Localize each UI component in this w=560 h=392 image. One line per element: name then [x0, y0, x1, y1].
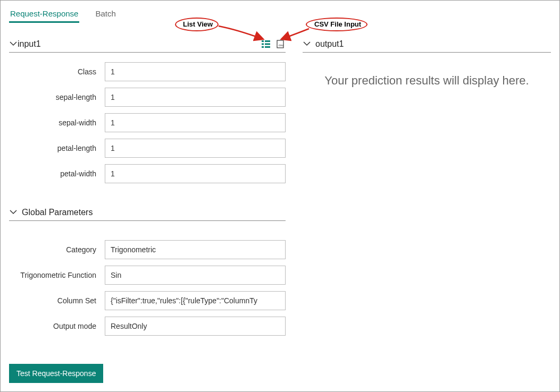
- right-pane: output1 Your prediction results will dis…: [303, 36, 551, 342]
- field-input-column-set[interactable]: [105, 291, 286, 310]
- section-title-global-parameters: Global Parameters: [22, 208, 93, 217]
- field-input-petal-length[interactable]: [105, 139, 286, 158]
- field-row-category: Category: [9, 240, 286, 259]
- chevron-down-icon: [9, 208, 18, 217]
- input-mode-icons: csv: [261, 39, 286, 49]
- field-row-petal-width: petal-width: [9, 164, 286, 183]
- list-view-icon[interactable]: [261, 39, 271, 49]
- svg-rect-3: [265, 44, 270, 45]
- field-input-petal-width[interactable]: [105, 164, 286, 183]
- field-label: Class: [9, 67, 105, 76]
- section-header-global-parameters[interactable]: Global Parameters: [9, 204, 286, 221]
- field-input-class[interactable]: [105, 62, 286, 81]
- field-row-class: Class: [9, 62, 286, 81]
- output-placeholder: Your prediction results will display her…: [303, 53, 551, 88]
- field-label: petal-length: [9, 144, 105, 153]
- tabs-bar: Request-Response Batch: [1, 1, 559, 23]
- left-pane: input1 csv: [9, 36, 286, 342]
- field-input-output-mode[interactable]: [105, 317, 286, 336]
- field-row-petal-length: petal-length: [9, 139, 286, 158]
- field-label: sepal-length: [9, 93, 105, 102]
- svg-rect-2: [262, 44, 264, 45]
- svg-rect-0: [262, 40, 264, 42]
- csv-file-icon[interactable]: csv: [276, 39, 286, 49]
- chevron-down-icon: [9, 39, 18, 49]
- field-label: petal-width: [9, 169, 105, 178]
- field-label: sepal-width: [9, 118, 105, 127]
- svg-rect-1: [265, 40, 270, 42]
- svg-rect-5: [265, 46, 270, 48]
- field-input-category[interactable]: [105, 240, 286, 259]
- field-input-sepal-length[interactable]: [105, 88, 286, 107]
- field-label: Output mode: [9, 322, 105, 331]
- field-row-column-set: Column Set: [9, 291, 286, 310]
- field-label: Trigonometric Function: [9, 271, 105, 280]
- test-request-response-button[interactable]: Test Request-Response: [9, 364, 103, 383]
- chevron-down-icon: [303, 39, 311, 49]
- field-row-sepal-width: sepal-width: [9, 113, 286, 132]
- tab-batch[interactable]: Batch: [94, 5, 116, 23]
- field-input-sepal-width[interactable]: [105, 113, 286, 132]
- section-title-input1: input1: [18, 39, 41, 49]
- tab-request-response[interactable]: Request-Response: [9, 5, 79, 23]
- field-input-trig-function[interactable]: [105, 266, 286, 285]
- main-content: input1 csv: [1, 23, 559, 342]
- field-label: Column Set: [9, 296, 105, 305]
- svg-text:csv: csv: [279, 44, 283, 47]
- field-row-output-mode: Output mode: [9, 317, 286, 336]
- section-title-output1: output1: [315, 39, 344, 49]
- section-header-output1[interactable]: output1: [303, 36, 551, 53]
- field-label: Category: [9, 245, 105, 254]
- svg-rect-4: [262, 46, 264, 48]
- field-row-trig-function: Trigonometric Function: [9, 266, 286, 285]
- field-row-sepal-length: sepal-length: [9, 88, 286, 107]
- section-header-input1[interactable]: input1 csv: [9, 36, 286, 53]
